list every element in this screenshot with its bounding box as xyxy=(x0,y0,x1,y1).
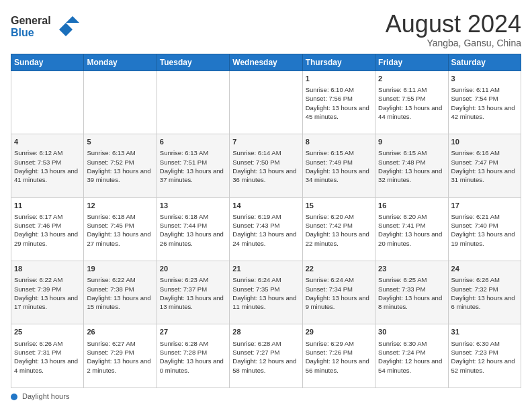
day-number: 22 xyxy=(306,264,372,274)
day-info: Sunrise: 6:26 AM xyxy=(451,275,518,284)
day-info: Daylight: 13 hours and 11 minutes. xyxy=(232,293,299,312)
day-info: Sunrise: 6:13 AM xyxy=(160,148,226,157)
day-info: Daylight: 12 hours and 56 minutes. xyxy=(306,357,372,375)
calendar-cell: 26Sunrise: 6:27 AMSunset: 7:29 PMDayligh… xyxy=(84,324,157,388)
day-info: Daylight: 13 hours and 19 minutes. xyxy=(451,230,518,248)
day-number: 30 xyxy=(378,327,445,337)
title-block: August 2024 Yangba, Gansu, China xyxy=(386,11,521,48)
day-number: 1 xyxy=(306,74,372,84)
calendar-cell: 23Sunrise: 6:25 AMSunset: 7:33 PMDayligh… xyxy=(375,261,448,324)
day-number: 10 xyxy=(451,137,518,147)
calendar-week-4: 25Sunrise: 6:26 AMSunset: 7:31 PMDayligh… xyxy=(11,324,521,388)
calendar-cell: 11Sunrise: 6:17 AMSunset: 7:46 PMDayligh… xyxy=(11,197,84,261)
calendar-cell: 27Sunrise: 6:28 AMSunset: 7:28 PMDayligh… xyxy=(157,324,229,388)
day-info: Sunset: 7:41 PM xyxy=(378,221,445,230)
day-number: 2 xyxy=(378,74,445,84)
day-info: Sunset: 7:33 PM xyxy=(378,285,445,293)
day-info: Sunrise: 6:30 AM xyxy=(451,339,518,348)
day-number: 11 xyxy=(14,201,81,211)
day-info: Sunset: 7:26 PM xyxy=(306,348,372,357)
day-info: Sunrise: 6:14 AM xyxy=(232,148,299,157)
day-info: Sunset: 7:54 PM xyxy=(451,94,518,103)
day-info: Sunrise: 6:19 AM xyxy=(232,212,299,221)
calendar-table: Sunday Monday Tuesday Wednesday Thursday… xyxy=(11,54,521,388)
calendar-cell: 22Sunrise: 6:24 AMSunset: 7:34 PMDayligh… xyxy=(302,261,375,324)
day-number: 26 xyxy=(87,327,153,337)
calendar-cell: 6Sunrise: 6:13 AMSunset: 7:51 PMDaylight… xyxy=(157,134,229,197)
day-number: 5 xyxy=(87,137,153,147)
col-tuesday: Tuesday xyxy=(157,54,229,71)
day-number: 27 xyxy=(160,327,226,337)
day-number: 20 xyxy=(160,264,226,274)
day-info: Sunrise: 6:20 AM xyxy=(378,212,445,221)
day-info: Sunrise: 6:24 AM xyxy=(306,275,372,284)
day-info: Sunset: 7:55 PM xyxy=(378,94,445,103)
day-number: 29 xyxy=(306,327,372,337)
day-info: Sunset: 7:56 PM xyxy=(306,94,372,103)
calendar-cell: 4Sunrise: 6:12 AMSunset: 7:53 PMDaylight… xyxy=(11,134,84,197)
day-info: Daylight: 12 hours and 58 minutes. xyxy=(232,357,299,375)
day-number: 3 xyxy=(451,74,518,84)
day-info: Sunset: 7:53 PM xyxy=(14,158,81,167)
calendar-cell: 30Sunrise: 6:30 AMSunset: 7:24 PMDayligh… xyxy=(375,324,448,388)
day-info: Sunset: 7:31 PM xyxy=(14,348,81,357)
day-number: 18 xyxy=(14,264,81,274)
header-row: Sunday Monday Tuesday Wednesday Thursday… xyxy=(11,54,521,71)
day-info: Sunset: 7:23 PM xyxy=(451,348,518,357)
day-info: Sunrise: 6:22 AM xyxy=(14,275,81,284)
day-info: Sunrise: 6:20 AM xyxy=(306,212,372,221)
day-info: Daylight: 13 hours and 29 minutes. xyxy=(14,230,81,248)
day-info: Sunset: 7:52 PM xyxy=(87,158,153,167)
col-thursday: Thursday xyxy=(302,54,375,71)
calendar-week-0: 1Sunrise: 6:10 AMSunset: 7:56 PMDaylight… xyxy=(11,71,521,134)
day-info: Sunset: 7:24 PM xyxy=(378,348,445,357)
calendar-cell: 8Sunrise: 6:15 AMSunset: 7:49 PMDaylight… xyxy=(302,134,375,197)
day-info: Sunset: 7:43 PM xyxy=(232,221,299,230)
day-number: 19 xyxy=(87,264,153,274)
calendar-cell: 13Sunrise: 6:18 AMSunset: 7:44 PMDayligh… xyxy=(157,197,229,261)
calendar-cell: 9Sunrise: 6:15 AMSunset: 7:48 PMDaylight… xyxy=(375,134,448,197)
day-info: Daylight: 13 hours and 31 minutes. xyxy=(451,167,518,185)
day-number: 9 xyxy=(378,137,445,147)
day-info: Sunrise: 6:28 AM xyxy=(160,339,226,348)
day-number: 17 xyxy=(451,201,518,211)
day-info: Daylight: 13 hours and 24 minutes. xyxy=(232,230,299,248)
day-info: Daylight: 13 hours and 27 minutes. xyxy=(87,230,153,248)
day-info: Sunrise: 6:26 AM xyxy=(14,339,81,348)
day-info: Sunrise: 6:24 AM xyxy=(232,275,299,284)
calendar-cell xyxy=(84,71,157,134)
day-info: Daylight: 12 hours and 54 minutes. xyxy=(378,357,445,375)
day-info: Sunset: 7:35 PM xyxy=(232,285,299,293)
calendar-cell: 12Sunrise: 6:18 AMSunset: 7:45 PMDayligh… xyxy=(84,197,157,261)
calendar-cell xyxy=(11,71,84,134)
day-info: Daylight: 13 hours and 41 minutes. xyxy=(14,167,81,185)
calendar-cell: 2Sunrise: 6:11 AMSunset: 7:55 PMDaylight… xyxy=(375,71,448,134)
day-info: Daylight: 13 hours and 22 minutes. xyxy=(306,230,372,248)
day-info: Sunset: 7:46 PM xyxy=(14,221,81,230)
day-info: Daylight: 13 hours and 34 minutes. xyxy=(306,167,372,185)
day-info: Sunset: 7:37 PM xyxy=(160,285,226,293)
day-number: 25 xyxy=(14,327,81,337)
day-info: Daylight: 13 hours and 20 minutes. xyxy=(378,230,445,248)
day-info: Sunrise: 6:10 AM xyxy=(306,85,372,94)
day-number: 4 xyxy=(14,137,81,147)
day-info: Sunset: 7:51 PM xyxy=(160,158,226,167)
day-info: Sunrise: 6:21 AM xyxy=(451,212,518,221)
calendar-week-1: 4Sunrise: 6:12 AMSunset: 7:53 PMDaylight… xyxy=(11,134,521,197)
day-number: 8 xyxy=(306,137,372,147)
day-info: Daylight: 13 hours and 36 minutes. xyxy=(232,167,299,185)
calendar-cell: 19Sunrise: 6:22 AMSunset: 7:38 PMDayligh… xyxy=(84,261,157,324)
day-info: Sunset: 7:45 PM xyxy=(87,221,153,230)
day-info: Sunset: 7:48 PM xyxy=(378,158,445,167)
calendar-cell: 31Sunrise: 6:30 AMSunset: 7:23 PMDayligh… xyxy=(448,324,521,388)
calendar-week-2: 11Sunrise: 6:17 AMSunset: 7:46 PMDayligh… xyxy=(11,197,521,261)
day-info: Daylight: 13 hours and 4 minutes. xyxy=(14,357,81,375)
calendar-cell: 21Sunrise: 6:24 AMSunset: 7:35 PMDayligh… xyxy=(230,261,302,324)
calendar-cell: 16Sunrise: 6:20 AMSunset: 7:41 PMDayligh… xyxy=(375,197,448,261)
calendar-cell: 7Sunrise: 6:14 AMSunset: 7:50 PMDaylight… xyxy=(230,134,302,197)
svg-text:Blue: Blue xyxy=(11,27,34,38)
day-info: Daylight: 13 hours and 39 minutes. xyxy=(87,167,153,185)
day-info: Sunrise: 6:29 AM xyxy=(306,339,372,348)
day-info: Daylight: 13 hours and 15 minutes. xyxy=(87,293,153,312)
svg-marker-3 xyxy=(66,16,79,23)
